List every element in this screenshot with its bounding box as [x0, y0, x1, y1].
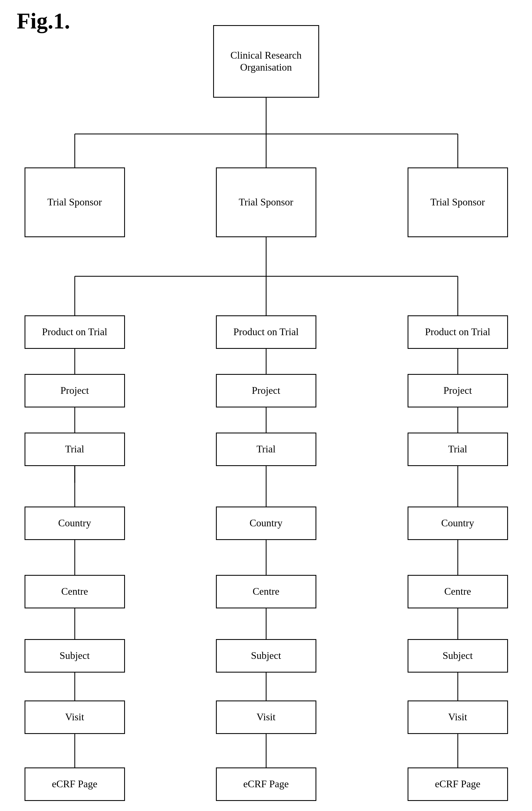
ts-left-node: Trial Sponsor: [25, 167, 125, 237]
trial-left-node: Trial: [25, 432, 125, 466]
ts-right-label: Trial Sponsor: [431, 196, 485, 208]
ecrf-left-node: eCRF Page: [25, 767, 125, 801]
ecrf-right-label: eCRF Page: [435, 778, 480, 790]
trial-left-label: Trial: [65, 443, 84, 455]
centre-left-node: Centre: [25, 575, 125, 608]
ts-center-label: Trial Sponsor: [239, 196, 294, 208]
visit-right-node: Visit: [408, 701, 508, 734]
ts-left-label: Trial Sponsor: [47, 196, 102, 208]
proj-right-node: Project: [408, 374, 508, 408]
proj-left-label: Project: [61, 385, 89, 397]
centre-right-node: Centre: [408, 575, 508, 608]
ecrf-left-label: eCRF Page: [52, 778, 97, 790]
cro-label: Clinical Research Organisation: [214, 49, 318, 73]
trial-right-label: Trial: [448, 443, 467, 455]
subject-right-label: Subject: [443, 650, 473, 662]
visit-left-label: Visit: [65, 711, 84, 723]
trial-center-label: Trial: [256, 443, 276, 455]
subject-left-label: Subject: [60, 650, 90, 662]
subject-left-node: Subject: [25, 639, 125, 673]
pot-center-label: Product on Trial: [233, 326, 298, 338]
country-center-label: Country: [249, 517, 282, 529]
country-left-node: Country: [25, 506, 125, 540]
trial-center-node: Trial: [216, 432, 316, 466]
proj-center-label: Project: [252, 385, 280, 397]
country-center-node: Country: [216, 506, 316, 540]
subject-right-node: Subject: [408, 639, 508, 673]
ts-center-node: Trial Sponsor: [216, 167, 316, 237]
ecrf-right-node: eCRF Page: [408, 767, 508, 801]
pot-center-node: Product on Trial: [216, 315, 316, 349]
trial-right-node: Trial: [408, 432, 508, 466]
subject-center-label: Subject: [251, 650, 281, 662]
ecrf-center-node: eCRF Page: [216, 767, 316, 801]
proj-right-label: Project: [443, 385, 472, 397]
pot-left-label: Product on Trial: [42, 326, 107, 338]
connector-lines: [15, 19, 517, 811]
pot-right-node: Product on Trial: [408, 315, 508, 349]
pot-left-node: Product on Trial: [25, 315, 125, 349]
visit-center-node: Visit: [216, 701, 316, 734]
proj-left-node: Project: [25, 374, 125, 408]
visit-right-label: Visit: [448, 711, 467, 723]
country-left-label: Country: [58, 517, 91, 529]
visit-left-node: Visit: [25, 701, 125, 734]
ts-right-node: Trial Sponsor: [408, 167, 508, 237]
centre-left-label: Centre: [61, 585, 88, 597]
country-right-label: Country: [441, 517, 474, 529]
pot-right-label: Product on Trial: [425, 326, 490, 338]
centre-center-node: Centre: [216, 575, 316, 608]
proj-center-node: Project: [216, 374, 316, 408]
country-right-node: Country: [408, 506, 508, 540]
visit-center-label: Visit: [257, 711, 276, 723]
centre-center-label: Centre: [253, 585, 280, 597]
centre-right-label: Centre: [444, 585, 471, 597]
ecrf-center-label: eCRF Page: [243, 778, 289, 790]
subject-center-node: Subject: [216, 639, 316, 673]
diagram: Clinical Research Organisation Trial Spo…: [15, 19, 517, 811]
cro-node: Clinical Research Organisation: [213, 25, 319, 98]
